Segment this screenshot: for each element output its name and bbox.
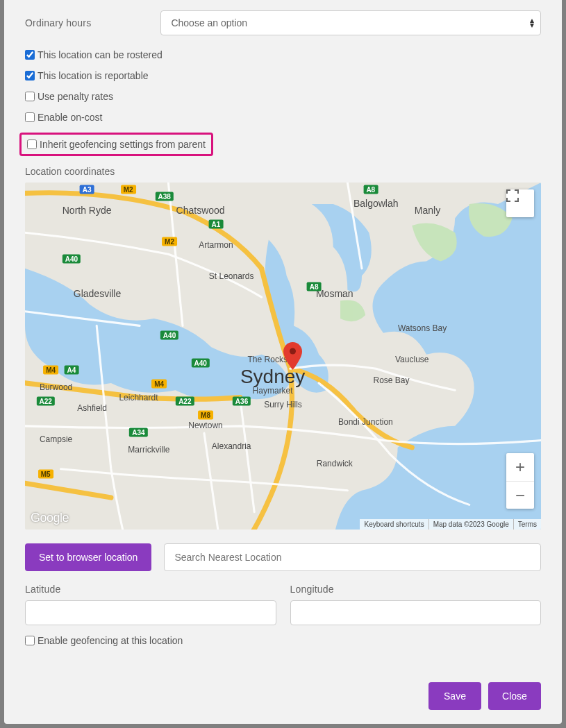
map-place-label: Haymarket: [253, 386, 293, 396]
reportable-checkbox[interactable]: [25, 71, 35, 81]
map-place-label: North Ryde: [63, 205, 112, 216]
map-route-badge: A38: [155, 192, 173, 201]
inherit-geofencing-checkbox[interactable]: [27, 139, 37, 149]
save-button[interactable]: Save: [428, 682, 481, 710]
map-place-label: The Rocks: [248, 355, 288, 364]
ordinary-hours-select[interactable]: Choose an option: [160, 10, 541, 35]
map-place-label: Gladesville: [74, 288, 121, 299]
map-route-badge: A36: [233, 397, 251, 406]
map-route-badge: M4: [43, 366, 58, 375]
enable-geofencing-checkbox[interactable]: [25, 636, 35, 645]
fullscreen-icon: [506, 189, 519, 202]
latitude-label: Latitude: [25, 584, 276, 595]
map-place-label: Vaucluse: [395, 355, 428, 364]
search-nearest-location-input[interactable]: [164, 543, 541, 571]
latitude-input[interactable]: [25, 600, 276, 625]
longitude-input[interactable]: [290, 600, 542, 625]
map-zoom-control: + −: [506, 453, 534, 509]
ordinary-hours-select-wrap: Choose an option ▴▾: [160, 10, 541, 35]
map-route-badge: A40: [191, 359, 209, 368]
map-attribution: Keyboard shortcuts Map data ©2023 Google…: [360, 519, 541, 530]
map-route-badge: M4: [151, 380, 167, 389]
map-place-label: Alexandria: [212, 441, 251, 451]
map-place-label: Campsie: [40, 434, 72, 444]
map-zoom-out-button[interactable]: −: [506, 481, 534, 509]
map-route-badge: A34: [129, 428, 147, 437]
map-route-badge: A40: [63, 255, 81, 264]
map-route-badge: A8: [363, 185, 378, 194]
keyboard-shortcuts-link[interactable]: Keyboard shortcuts: [360, 519, 428, 530]
modal-footer: Save Close: [25, 682, 541, 710]
enable-geofencing-label: Enable geofencing at this location: [38, 635, 183, 646]
map-place-label: Watsons Bay: [398, 323, 447, 333]
map-place-label: Burwood: [40, 382, 72, 392]
rosterable-label: This location can be rostered: [38, 49, 163, 60]
reportable-checkbox-row[interactable]: This location is reportable: [25, 70, 541, 81]
map-route-badge: A40: [160, 331, 178, 340]
reportable-label: This location is reportable: [38, 70, 149, 81]
map-place-label: Mosman: [316, 288, 353, 299]
penalty-checkbox[interactable]: [25, 92, 35, 101]
location-map[interactable]: North RydeChatswoodBalgowlahManlyArtarmo…: [25, 183, 541, 530]
map-place-label: Rose Bay: [374, 375, 410, 385]
map-place-label: Surry Hills: [264, 400, 302, 409]
penalty-label: Use penalty rates: [38, 91, 113, 102]
map-route-badge: M8: [198, 411, 213, 420]
map-route-badge: A8: [307, 282, 322, 291]
oncost-checkbox[interactable]: [25, 112, 35, 122]
map-place-label: Randwick: [317, 459, 353, 468]
svg-point-0: [290, 348, 296, 355]
set-browser-location-button[interactable]: Set to browser location: [25, 543, 151, 571]
map-route-badge: A22: [176, 397, 194, 406]
map-terms-link[interactable]: Terms: [513, 519, 541, 530]
rosterable-checkbox[interactable]: [25, 50, 35, 60]
ordinary-hours-label: Ordinary hours: [25, 17, 91, 28]
oncost-label: Enable on-cost: [38, 112, 102, 123]
map-route-badge: A4: [64, 366, 78, 375]
penalty-checkbox-row[interactable]: Use penalty rates: [25, 91, 541, 102]
map-place-label: Ashfield: [77, 403, 107, 413]
map-place-label: Newtown: [188, 421, 222, 430]
location-settings-modal: Ordinary hours Choose an option ▴▾ This …: [4, 0, 562, 724]
rosterable-checkbox-row[interactable]: This location can be rostered: [25, 49, 541, 60]
map-place-label: Bondi Junction: [338, 417, 393, 427]
ordinary-hours-row: Ordinary hours Choose an option ▴▾: [25, 10, 541, 35]
map-fullscreen-button[interactable]: [506, 189, 534, 217]
map-zoom-in-button[interactable]: +: [506, 453, 534, 481]
map-place-label: Marrickville: [128, 445, 169, 455]
map-place-label: Manly: [415, 205, 440, 216]
inherit-geofencing-highlight[interactable]: Inherit geofencing settings from parent: [19, 133, 213, 156]
map-route-badge: M2: [162, 237, 177, 246]
inherit-geofencing-label: Inherit geofencing settings from parent: [40, 139, 206, 150]
enable-geofencing-checkbox-row[interactable]: Enable geofencing at this location: [25, 635, 541, 646]
map-place-label: Leichhardt: [119, 393, 158, 403]
location-coordinates-label: Location coordinates: [25, 166, 541, 177]
latlng-row: Latitude Longitude: [25, 584, 541, 625]
map-route-badge: M2: [121, 185, 136, 194]
map-place-label: Chatswood: [176, 205, 225, 216]
map-route-badge: A22: [37, 397, 55, 406]
map-place-label: Artarmon: [199, 240, 233, 250]
location-search-row: Set to browser location: [25, 543, 541, 571]
google-logo: Google: [31, 511, 69, 525]
close-button[interactable]: Close: [488, 682, 541, 710]
oncost-checkbox-row[interactable]: Enable on-cost: [25, 112, 541, 123]
map-route-badge: A3: [80, 185, 94, 194]
map-place-label: Balgowlah: [353, 198, 399, 209]
map-place-label: St Leonards: [209, 271, 254, 281]
map-data-text: Map data ©2023 Google: [428, 519, 513, 530]
map-route-badge: A1: [209, 220, 224, 229]
map-route-badge: M5: [38, 470, 53, 479]
longitude-label: Longitude: [290, 584, 542, 595]
